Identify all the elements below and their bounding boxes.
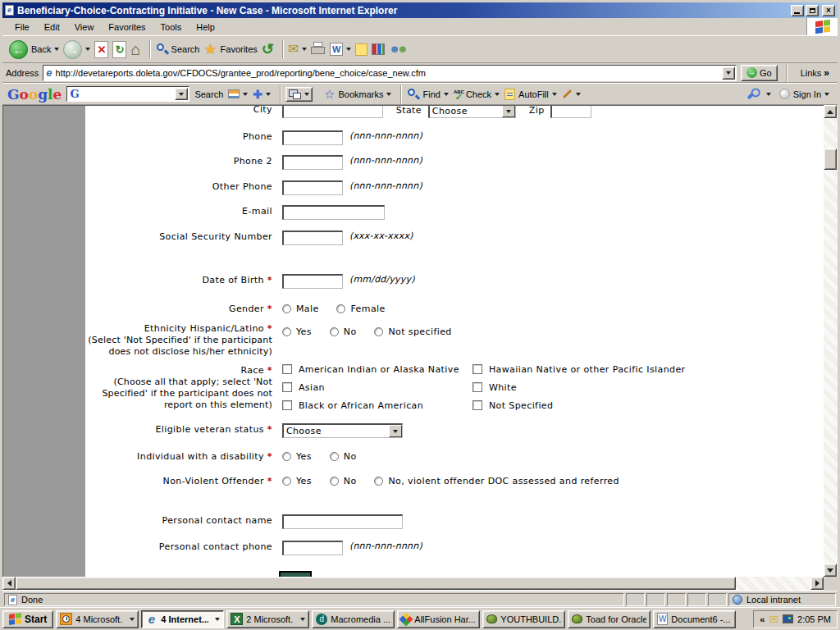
bookmarks-button[interactable]: ☆Bookmarks (324, 88, 391, 100)
refresh-button[interactable]: ↻ (112, 41, 126, 58)
city-input[interactable] (282, 105, 383, 118)
menu-edit[interactable]: Edit (37, 20, 67, 34)
ethnicity-no-option[interactable]: No (330, 326, 357, 337)
edit-dropdown-icon[interactable] (346, 48, 351, 51)
address-input[interactable]: e http://devetareports.doleta.gov/CFDOCS… (43, 65, 737, 81)
veteran-select[interactable]: Choose (282, 423, 403, 438)
radio-icon[interactable] (374, 477, 383, 486)
taskbar-button-toad-oracle[interactable]: Toad for Oracle (568, 610, 651, 628)
vertical-scroll-thumb[interactable] (824, 148, 837, 170)
radio-icon[interactable] (282, 452, 291, 461)
radio-icon[interactable] (282, 327, 291, 336)
favorites-button[interactable]: ★ Favorites (203, 42, 257, 57)
home-button[interactable]: ⌂ (130, 40, 140, 58)
offender-no-option[interactable]: No (330, 476, 357, 486)
highlighter-button[interactable] (562, 93, 581, 96)
find-button[interactable]: Find (406, 87, 448, 102)
taskbar-button-internet-group[interactable]: e 4 Internet... (141, 610, 224, 628)
ssn-input[interactable] (282, 231, 343, 245)
ethnicity-notspecified-option[interactable]: Not specified (374, 326, 451, 337)
scroll-down-button[interactable] (824, 564, 837, 577)
taskbar-button-allfusion[interactable]: AllFusion Har... (397, 610, 480, 628)
google-search-dropdown[interactable] (175, 88, 188, 100)
radio-icon[interactable] (282, 304, 291, 313)
go-button[interactable]: → Go (741, 65, 778, 81)
contact-phone-input[interactable] (282, 541, 343, 555)
search-button[interactable]: Search (155, 42, 200, 57)
radio-icon[interactable] (330, 477, 339, 486)
chevron-down-icon[interactable] (502, 105, 515, 117)
google-search-button[interactable]: Search (194, 89, 223, 99)
other-phone-input[interactable] (282, 180, 343, 195)
tray-mail-icon[interactable]: ✉ (769, 614, 778, 625)
forward-dropdown-icon[interactable] (85, 48, 90, 51)
menu-favorites[interactable]: Favorites (101, 20, 153, 34)
forward-button[interactable]: → (63, 40, 90, 59)
gender-female-option[interactable]: Female (336, 304, 385, 314)
state-select[interactable]: Choose (428, 105, 516, 118)
race-asian-option[interactable]: Asian (282, 382, 472, 393)
ethnicity-yes-option[interactable]: Yes (282, 326, 312, 337)
radio-icon[interactable] (336, 304, 345, 313)
vertical-scrollbar[interactable] (824, 105, 838, 577)
popup-blocker-button[interactable] (285, 87, 313, 102)
race-white-option[interactable]: White (472, 382, 686, 393)
mail-dropdown-icon[interactable] (302, 48, 307, 51)
close-button[interactable]: × (822, 5, 835, 16)
checkbox-icon[interactable] (472, 400, 482, 410)
mail-button[interactable]: ✉ (288, 43, 307, 56)
taskbar-button-outlook-group[interactable]: 4 Microsoft... (56, 610, 139, 628)
taskbar-button-word-document[interactable]: W Document6 -... (653, 610, 736, 628)
race-american-indian-option[interactable]: American Indian or Alaska Native (282, 364, 472, 375)
gender-male-option[interactable]: Male (282, 304, 319, 314)
radio-icon[interactable] (330, 452, 339, 461)
start-button[interactable]: Start (2, 610, 53, 628)
radio-icon[interactable] (374, 327, 383, 336)
offender-doc-option[interactable]: No, violent offender DOC assessed and re… (374, 476, 619, 486)
email-input[interactable] (282, 205, 385, 220)
checkbox-icon[interactable] (282, 364, 292, 374)
scroll-up-button[interactable] (824, 105, 837, 118)
back-dropdown-icon[interactable] (54, 48, 59, 51)
menu-help[interactable]: Help (189, 20, 222, 34)
zip-input[interactable] (550, 105, 591, 118)
address-dropdown-button[interactable] (722, 66, 735, 80)
offender-yes-option[interactable]: Yes (282, 476, 312, 486)
checkbox-icon[interactable] (282, 382, 292, 392)
menu-tools[interactable]: Tools (153, 20, 189, 34)
race-hawaiian-option[interactable]: Hawaiian Native or other Pacific Islande… (472, 364, 686, 375)
taskbar-button-macromedia[interactable]: d Macromedia ... (312, 610, 395, 628)
history-button[interactable]: ↺ (262, 42, 274, 57)
spellcheck-button[interactable]: ABC✓Check (454, 89, 500, 99)
google-news-button[interactable] (228, 89, 248, 98)
google-search-input[interactable]: G (66, 86, 189, 102)
chevron-down-icon[interactable] (389, 425, 402, 437)
contact-name-input[interactable] (282, 514, 403, 529)
checkbox-icon[interactable] (472, 364, 482, 374)
radio-icon[interactable] (282, 477, 291, 486)
menu-view[interactable]: View (67, 20, 102, 34)
restore-button[interactable] (806, 5, 819, 16)
save-button[interactable]: Save (279, 571, 312, 577)
phone2-input[interactable] (282, 155, 343, 170)
radio-icon[interactable] (330, 327, 339, 336)
stop-button[interactable]: ✕ (94, 41, 108, 58)
checkbox-icon[interactable] (472, 382, 482, 392)
back-button[interactable]: ← Back (9, 40, 59, 59)
messenger-button[interactable]: ☻☻ (389, 43, 404, 55)
toolbar-options-button[interactable] (746, 93, 771, 96)
print-button[interactable] (311, 42, 326, 57)
google-add-button[interactable]: ✚ (253, 88, 271, 101)
disability-no-option[interactable]: No (330, 451, 357, 462)
tray-display-icon[interactable] (783, 614, 793, 623)
edit-with-word-button[interactable]: W (330, 43, 351, 56)
minimize-button[interactable] (791, 5, 804, 16)
tray-chevron-button[interactable]: « (760, 614, 765, 624)
discuss-button[interactable] (355, 43, 368, 56)
race-notspecified-option[interactable]: Not Specified (472, 400, 686, 411)
dob-input[interactable] (282, 274, 343, 289)
scroll-left-button[interactable] (2, 577, 16, 590)
research-button[interactable] (372, 43, 385, 55)
menu-file[interactable]: File (7, 20, 37, 34)
horizontal-scrollbar[interactable] (2, 577, 824, 591)
